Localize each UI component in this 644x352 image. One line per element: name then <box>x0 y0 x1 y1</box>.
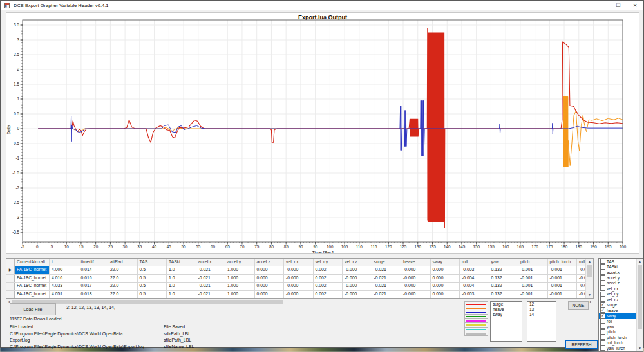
table-cell[interactable]: FA-18C_hornet <box>15 283 50 290</box>
table-cell[interactable]: 0.000 <box>431 275 460 283</box>
table-cell[interactable]: -0.000 <box>343 291 372 299</box>
table-cell[interactable]: -0.021 <box>196 291 226 299</box>
table-row[interactable]: FA-18C_hornet4.0330.01722.00.51.0-0.0211… <box>6 283 594 291</box>
selected-ids-listbox[interactable]: 121314 <box>527 301 556 342</box>
table-cell[interactable]: -0.000 <box>284 291 314 299</box>
unchecked-checkbox-icon[interactable] <box>600 324 605 329</box>
table-cell[interactable]: 0.018 <box>79 291 109 299</box>
column-header-pitch[interactable]: pitch <box>518 259 548 266</box>
scrollbar-thumb[interactable] <box>587 265 592 277</box>
table-cell[interactable]: 1.0 <box>167 283 196 290</box>
table-cell[interactable]: -0.000 <box>343 266 372 274</box>
table-cell[interactable]: 1.000 <box>225 275 255 283</box>
table-cell[interactable]: 0.002 <box>314 266 343 274</box>
table-cell[interactable]: 22.0 <box>108 266 138 274</box>
scrollbar-thumb[interactable] <box>638 265 642 329</box>
table-cell[interactable]: 0.5 <box>138 291 167 299</box>
unchecked-checkbox-icon[interactable] <box>600 340 605 346</box>
table-cell[interactable]: -0.000 <box>284 275 314 283</box>
table-cell[interactable]: 0.132 <box>489 291 519 299</box>
column-header-pitch_lurch[interactable]: pitch_lurch <box>548 259 578 266</box>
table-cell[interactable]: -0.001 <box>518 291 548 299</box>
table-vertical-scrollbar[interactable]: ▲ ▼ <box>585 259 593 298</box>
column-header-sway[interactable]: sway <box>431 259 460 266</box>
table-cell[interactable]: -0.000 <box>284 283 314 290</box>
table-cell[interactable]: -0.021 <box>372 275 402 283</box>
column-header-TASkt[interactable]: TASkt <box>167 259 196 266</box>
table-cell[interactable]: 1.0 <box>167 275 196 283</box>
table-cell[interactable]: 0.132 <box>489 275 519 283</box>
title-bar[interactable]: DCS Export Grapher Variable Header v0.4.… <box>1 1 643 10</box>
id-list-item[interactable]: 13 <box>527 307 556 312</box>
table-cell[interactable]: 0.002 <box>314 291 343 299</box>
table-cell[interactable]: -0.001 <box>548 266 578 274</box>
table-cell[interactable]: -0.001 <box>548 291 578 299</box>
unchecked-checkbox-icon[interactable] <box>600 259 605 264</box>
table-cell[interactable]: -0.021 <box>372 283 402 290</box>
table-cell[interactable]: -0.021 <box>196 275 226 283</box>
scroll-down-icon[interactable]: ▼ <box>586 292 593 298</box>
unchecked-checkbox-icon[interactable] <box>600 346 605 351</box>
scroll-up-icon[interactable]: ▲ <box>637 259 643 264</box>
unchecked-checkbox-icon[interactable] <box>600 275 605 281</box>
table-cell[interactable]: 0.000 <box>255 275 285 283</box>
row-marker[interactable] <box>6 283 15 290</box>
column-header-vel_r.y[interactable]: vel_r.y <box>314 259 343 266</box>
column-header-vel_r.z[interactable]: vel_r.z <box>343 259 372 266</box>
unchecked-checkbox-icon[interactable] <box>600 286 605 291</box>
table-cell[interactable]: 0.000 <box>255 266 285 274</box>
table-cell[interactable]: 0.000 <box>431 266 460 274</box>
table-cell[interactable]: 0.000 <box>255 283 285 290</box>
unchecked-checkbox-icon[interactable] <box>600 297 605 302</box>
table-cell[interactable]: -0.001 <box>518 283 548 290</box>
column-header-heave[interactable]: heave <box>401 259 431 266</box>
column-header-yaw[interactable]: yaw <box>489 259 519 266</box>
table-cell[interactable]: 1.000 <box>225 291 255 299</box>
minimize-icon[interactable]: – <box>593 1 610 10</box>
table-cell[interactable]: 4.016 <box>50 275 79 283</box>
table-cell[interactable]: 0.5 <box>138 275 167 283</box>
table-cell[interactable]: -0.001 <box>518 266 548 274</box>
table-cell[interactable]: 0.000 <box>431 291 460 299</box>
unchecked-checkbox-icon[interactable] <box>600 292 605 297</box>
table-cell[interactable]: -0.000 <box>401 291 431 299</box>
table-cell[interactable]: -0.004 <box>460 283 489 290</box>
column-header-t[interactable]: t <box>50 259 79 266</box>
table-cell[interactable]: -0.001 <box>548 275 578 283</box>
table-cell[interactable]: 22.0 <box>108 283 138 290</box>
table-cell[interactable]: -0.001 <box>518 275 548 283</box>
selected-series-listbox[interactable]: surgeheavesway <box>490 301 522 342</box>
checked-checkbox-icon[interactable]: ✓ <box>600 308 605 313</box>
unchecked-checkbox-icon[interactable] <box>600 319 605 324</box>
table-cell[interactable]: 0.000 <box>255 291 285 299</box>
table-cell[interactable]: FA-18C_hornet <box>15 266 50 274</box>
table-cell[interactable]: 0.016 <box>79 275 109 283</box>
refresh-button[interactable]: REFRESH <box>565 340 598 349</box>
checked-checkbox-icon[interactable]: ✓ <box>600 302 605 308</box>
table-cell[interactable]: -0.021 <box>196 283 226 290</box>
row-marker[interactable] <box>6 275 15 283</box>
series-list-item[interactable]: sway <box>491 312 522 317</box>
none-button[interactable]: NONE <box>568 301 589 310</box>
scroll-up-icon[interactable]: ▲ <box>586 259 593 264</box>
column-header-accel.y[interactable]: accel.y <box>225 259 255 266</box>
table-cell[interactable]: 0.5 <box>138 283 167 290</box>
unchecked-checkbox-icon[interactable] <box>600 281 605 286</box>
close-icon[interactable]: ✕ <box>627 1 643 10</box>
table-cell[interactable]: 0.000 <box>431 283 460 290</box>
unchecked-checkbox-icon[interactable] <box>600 335 605 340</box>
table-cell[interactable]: FA-18C_hornet <box>15 291 50 299</box>
load-file-button[interactable]: Load File <box>10 303 56 315</box>
column-header-accel.z[interactable]: accel.z <box>255 259 285 266</box>
table-cell[interactable]: -0.000 <box>284 266 314 274</box>
series-list-item[interactable]: surge <box>491 302 522 307</box>
table-cell[interactable]: -0.000 <box>343 283 372 290</box>
row-marker[interactable] <box>6 291 15 299</box>
table-cell[interactable]: 0.002 <box>314 275 343 283</box>
column-header-vel_r.x[interactable]: vel_r.x <box>284 259 314 266</box>
table-cell[interactable]: -0.001 <box>548 283 578 290</box>
unchecked-checkbox-icon[interactable] <box>600 264 605 270</box>
column-header-CurrentAircraft[interactable]: CurrentAircraft <box>15 259 50 266</box>
table-cell[interactable]: -0.000 <box>401 275 431 283</box>
table-cell[interactable]: 4.000 <box>50 266 79 274</box>
